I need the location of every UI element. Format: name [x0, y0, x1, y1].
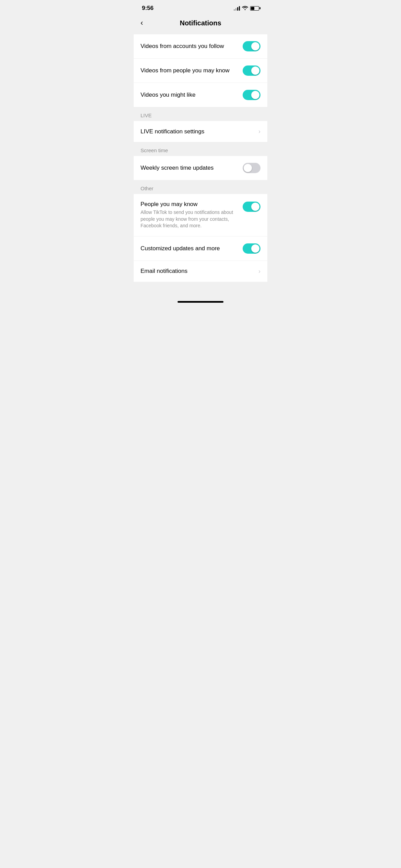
page-title: Notifications: [180, 19, 221, 27]
live-section-header: LIVE: [134, 107, 267, 121]
videos-like-label: Videos you might like: [141, 92, 243, 98]
weekly-screen-time-toggle[interactable]: [243, 163, 260, 173]
videos-follow-row[interactable]: Videos from accounts you follow: [134, 34, 267, 59]
status-icons: [234, 5, 259, 11]
people-may-know-sublabel: Allow TikTok to send you notifications a…: [141, 209, 237, 229]
nav-bar: ‹ Notifications: [134, 14, 267, 34]
live-settings-row[interactable]: LIVE notification settings ›: [134, 121, 267, 142]
videos-know-label: Videos from people you may know: [141, 67, 243, 74]
videos-follow-toggle[interactable]: [243, 41, 260, 51]
videos-know-toggle[interactable]: [243, 65, 260, 76]
other-section-header: Other: [134, 180, 267, 194]
settings-content: Videos from accounts you follow Videos f…: [134, 34, 267, 296]
people-may-know-row[interactable]: People you may know Allow TikTok to send…: [134, 194, 267, 237]
home-indicator: [178, 301, 223, 303]
weekly-screen-time-row[interactable]: Weekly screen time updates: [134, 156, 267, 180]
signal-icon: [234, 6, 240, 11]
screen-time-section: Weekly screen time updates: [134, 156, 267, 180]
other-section: People you may know Allow TikTok to send…: [134, 194, 267, 282]
customized-updates-label: Customized updates and more: [141, 245, 243, 252]
status-time: 9:56: [142, 5, 154, 12]
live-settings-chevron: ›: [258, 128, 260, 135]
wifi-icon: [242, 5, 248, 11]
videos-know-row[interactable]: Videos from people you may know: [134, 59, 267, 83]
email-notifications-label: Email notifications: [141, 268, 258, 275]
videos-like-row[interactable]: Videos you might like: [134, 83, 267, 107]
people-may-know-label: People you may know: [141, 201, 237, 208]
status-bar: 9:56: [134, 0, 267, 14]
customized-updates-toggle[interactable]: [243, 243, 260, 254]
email-notifications-row[interactable]: Email notifications ›: [134, 261, 267, 282]
videos-like-toggle[interactable]: [243, 90, 260, 100]
battery-icon: [250, 6, 259, 11]
live-settings-label: LIVE notification settings: [141, 128, 258, 135]
videos-section: Videos from accounts you follow Videos f…: [134, 34, 267, 107]
back-button[interactable]: ‹: [141, 17, 146, 29]
live-section: LIVE notification settings ›: [134, 121, 267, 142]
customized-updates-row[interactable]: Customized updates and more: [134, 237, 267, 261]
weekly-screen-time-label: Weekly screen time updates: [141, 165, 243, 171]
videos-follow-label: Videos from accounts you follow: [141, 43, 243, 50]
people-may-know-toggle[interactable]: [243, 202, 260, 212]
email-notifications-chevron: ›: [258, 268, 260, 275]
screen-time-section-header: Screen time: [134, 142, 267, 156]
